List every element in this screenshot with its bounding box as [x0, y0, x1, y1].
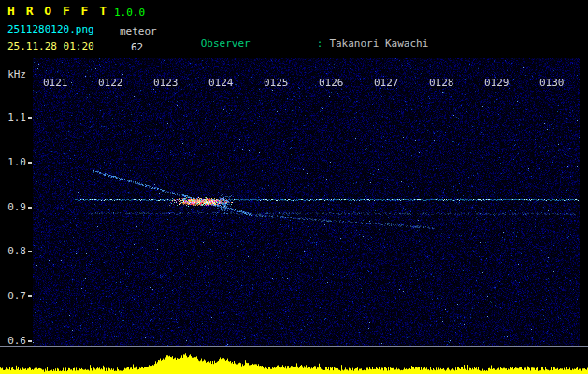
time-tick-label: 0127 [374, 78, 399, 89]
freq-tick-label: 0.8 [2, 246, 26, 257]
mode-label: meteor [120, 26, 157, 37]
freq-axis-unit: kHz [2, 69, 26, 80]
info-row-observer: Observer:Takanori Kawachi [164, 27, 552, 39]
app-version: 1.0.0 [114, 7, 145, 19]
colon: : [317, 37, 330, 50]
freq-tick [28, 162, 32, 164]
info-value: Takanori Kawachi [329, 37, 428, 50]
freq-tick-label: 1.1 [2, 112, 26, 123]
time-tick-label: 0122 [98, 78, 123, 89]
time-tick-label: 0124 [208, 78, 234, 89]
timestamp: 25.11.28 01:20 [7, 41, 94, 52]
time-tick-label: 0125 [264, 78, 289, 89]
freq-tick [28, 340, 32, 342]
time-tick-label: 0128 [429, 78, 454, 89]
freq-tick [28, 295, 32, 297]
spectrogram-canvas [33, 58, 580, 346]
freq-tick-label: 1.0 [2, 157, 26, 168]
freq-tick [28, 117, 32, 119]
time-tick-label: 0121 [43, 78, 68, 89]
time-tick-label: 0130 [539, 78, 565, 89]
time-tick-label: 0129 [484, 78, 509, 89]
echo-count: 62 [131, 42, 143, 53]
app-title: H R O F F T [7, 6, 108, 17]
info-label: Observer [201, 38, 317, 50]
freq-tick-label: 0.7 [2, 291, 26, 302]
output-filename: 2511280120.png [7, 24, 94, 36]
hrofft-output: H R O F F T 1.0.0 2511280120.png meteor … [0, 0, 588, 374]
freq-tick-label: 0.9 [2, 202, 26, 213]
time-tick-label: 0123 [153, 78, 179, 89]
freq-tick [28, 251, 32, 252]
axis-baseline [0, 346, 588, 347]
time-tick-label: 0126 [319, 78, 344, 89]
level-graph-canvas [0, 352, 588, 374]
freq-tick [28, 207, 32, 209]
